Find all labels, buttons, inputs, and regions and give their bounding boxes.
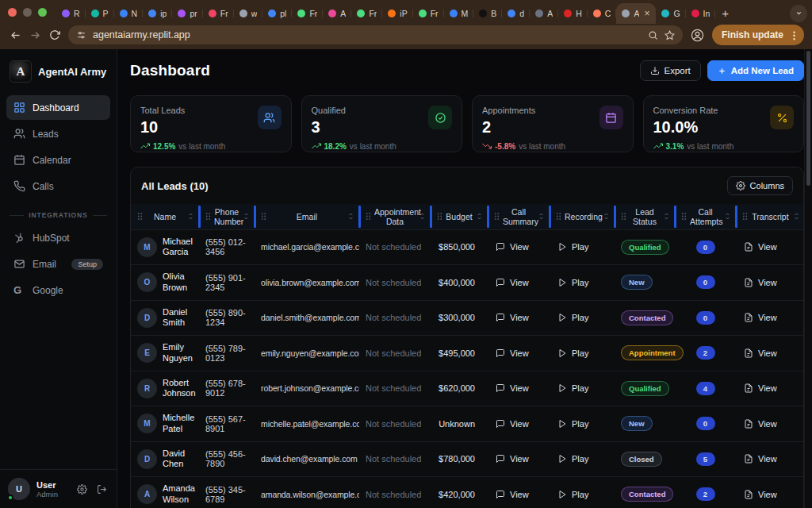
browser-tab[interactable]: P — [86, 3, 114, 24]
sidebar-nav-item[interactable]: Calendar — [6, 148, 110, 172]
lead-row[interactable]: E Emily Nguyen (555) 789-0123 emily.nguy… — [131, 336, 804, 371]
minimize-window-button[interactable] — [23, 8, 32, 17]
lead-row[interactable]: R Robert Johnson (555) 678-9012 robert.j… — [131, 371, 804, 406]
call-summary-view-button[interactable]: View — [494, 347, 530, 360]
call-summary-view-button[interactable]: View — [494, 452, 530, 465]
add-new-lead-button[interactable]: Add New Lead — [707, 60, 804, 81]
sort-icon[interactable] — [419, 212, 426, 221]
drag-handle-icon[interactable] — [137, 212, 143, 221]
browser-tab[interactable]: H — [558, 3, 588, 24]
close-window-button[interactable] — [8, 8, 17, 17]
sidebar-integration-item[interactable]: Email Setup — [6, 252, 110, 276]
recording-play-button[interactable]: Play — [556, 347, 590, 360]
sidebar-integration-item[interactable]: HubSpot — [6, 225, 110, 250]
tab-search-chevron-icon[interactable] — [790, 5, 807, 22]
back-icon[interactable] — [10, 29, 21, 41]
drag-handle-icon[interactable] — [261, 212, 266, 221]
drag-handle-icon[interactable] — [742, 212, 748, 221]
column-header[interactable]: Budget — [431, 204, 488, 229]
lead-row[interactable]: D Daniel Smith (555) 890-1234 daniel.smi… — [131, 300, 804, 336]
lead-row[interactable]: M Michelle Patel (555) 567-8901 michelle… — [131, 406, 804, 442]
sort-icon[interactable] — [243, 212, 250, 221]
recording-play-button[interactable]: Play — [556, 276, 590, 289]
transcript-view-button[interactable]: View — [742, 311, 779, 324]
recording-play-button[interactable]: Play — [556, 452, 590, 465]
browser-tab[interactable]: M — [444, 3, 474, 24]
transcript-view-button[interactable]: View — [742, 347, 779, 360]
sort-icon[interactable] — [187, 212, 194, 221]
call-summary-view-button[interactable]: View — [494, 488, 530, 501]
recording-play-button[interactable]: Play — [556, 382, 590, 394]
column-header[interactable]: Name — [131, 204, 199, 229]
browser-tab[interactable]: w — [234, 3, 263, 24]
browser-tab[interactable]: Fr — [203, 3, 234, 24]
browser-tab[interactable]: d — [502, 3, 530, 24]
column-header[interactable]: Call Summary — [488, 204, 550, 229]
call-summary-view-button[interactable]: View — [494, 311, 530, 324]
drag-handle-icon[interactable] — [621, 212, 626, 221]
zoom-window-button[interactable] — [38, 8, 47, 17]
sort-icon[interactable] — [663, 212, 670, 221]
column-header[interactable]: Transcript — [736, 204, 804, 229]
logout-icon[interactable] — [95, 483, 109, 496]
call-summary-view-button[interactable]: View — [494, 276, 530, 289]
recording-play-button[interactable]: Play — [556, 488, 590, 501]
lead-row[interactable]: D David Chen (555) 456-7890 david.chen@e… — [131, 441, 804, 477]
browser-tab[interactable]: A — [530, 3, 558, 24]
lead-row[interactable]: M Michael Garcia (555) 012-3456 michael.… — [131, 229, 804, 265]
browser-tab[interactable]: pl — [262, 3, 292, 24]
bookmark-star-icon[interactable] — [665, 30, 675, 40]
export-button[interactable]: Export — [640, 60, 701, 81]
browser-tab[interactable]: A × — [616, 3, 656, 24]
column-header[interactable]: Call Attempts — [675, 204, 736, 229]
browser-menu-icon[interactable]: ⋮ — [789, 29, 799, 41]
drag-handle-icon[interactable] — [494, 212, 500, 221]
column-header[interactable]: Appointment Data — [359, 204, 431, 229]
transcript-view-button[interactable]: View — [742, 452, 779, 465]
drag-handle-icon[interactable] — [681, 212, 687, 221]
transcript-view-button[interactable]: View — [742, 382, 779, 394]
browser-tab[interactable]: Fr — [292, 3, 323, 24]
sort-icon[interactable] — [538, 212, 545, 221]
transcript-view-button[interactable]: View — [742, 418, 779, 430]
sidebar-nav-item[interactable]: Leads — [6, 121, 110, 146]
new-tab-button[interactable]: + — [715, 6, 735, 20]
browser-tab[interactable]: R — [56, 3, 86, 24]
browser-tab[interactable]: C — [588, 3, 617, 24]
forward-icon[interactable] — [29, 29, 41, 41]
page-scrollbar[interactable] — [804, 49, 812, 508]
scrollbar-thumb[interactable] — [806, 51, 810, 186]
drag-handle-icon[interactable] — [366, 212, 371, 221]
sort-icon[interactable] — [603, 212, 610, 221]
browser-tab[interactable]: N — [114, 3, 144, 24]
browser-tab[interactable]: B — [473, 3, 502, 24]
transcript-view-button[interactable]: View — [742, 276, 779, 289]
browser-tab[interactable]: pr — [172, 3, 202, 24]
call-summary-view-button[interactable]: View — [494, 382, 530, 394]
address-bar[interactable]: agentaiarmy.replit.app — [68, 25, 683, 44]
column-header[interactable]: Phone Number — [199, 204, 255, 229]
finish-update-button[interactable]: Finish update ⋮ — [712, 25, 804, 45]
transcript-view-button[interactable]: View — [742, 241, 779, 253]
browser-tab[interactable]: A — [323, 3, 351, 24]
browser-tab[interactable]: Fr — [413, 3, 444, 24]
reload-icon[interactable] — [49, 29, 60, 40]
recording-play-button[interactable]: Play — [556, 311, 590, 324]
drag-handle-icon[interactable] — [437, 212, 442, 221]
search-icon[interactable] — [648, 30, 658, 40]
tab-close-icon[interactable]: × — [643, 9, 650, 18]
sort-icon[interactable] — [476, 212, 483, 221]
call-summary-view-button[interactable]: View — [494, 241, 530, 253]
recording-play-button[interactable]: Play — [556, 418, 590, 430]
sort-icon[interactable] — [347, 212, 354, 221]
browser-tab[interactable]: ip — [143, 3, 172, 24]
site-settings-icon[interactable] — [76, 30, 86, 40]
sidebar-integration-item[interactable]: G Google — [6, 278, 110, 302]
browser-tab[interactable]: In — [686, 3, 716, 24]
drag-handle-icon[interactable] — [556, 212, 561, 221]
sort-icon[interactable] — [724, 212, 731, 221]
column-header[interactable]: Email — [255, 204, 359, 229]
browser-tab[interactable]: Fr — [351, 3, 382, 24]
call-summary-view-button[interactable]: View — [494, 418, 530, 430]
settings-gear-icon[interactable] — [75, 483, 89, 496]
